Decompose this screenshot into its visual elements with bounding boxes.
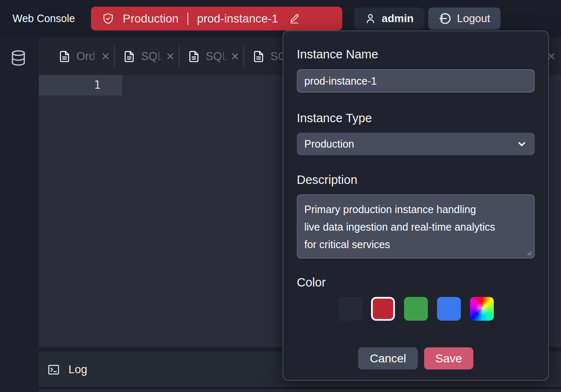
tab-close-icon[interactable] [230, 51, 240, 61]
editor-tab[interactable]: SQL [123, 50, 175, 63]
app-title: Web Console [13, 13, 75, 25]
instance-settings-modal: Instance Name Instance Type Production D… [283, 30, 549, 381]
description-line: for critical services [304, 236, 527, 253]
logout-label: Logout [457, 12, 490, 25]
user-chip[interactable]: admin [354, 8, 424, 30]
tab-divider [243, 45, 244, 67]
tab-label: SQL [206, 50, 229, 63]
resize-handle-icon[interactable] [526, 249, 532, 256]
tab-divider [114, 45, 115, 67]
color-swatch-red[interactable] [371, 297, 395, 321]
tab-close-icon[interactable] [101, 51, 111, 61]
badge-instance-name: prod-instance-1 [197, 12, 278, 25]
color-swatch-green[interactable] [404, 297, 428, 321]
instance-name-input[interactable] [297, 69, 535, 93]
save-button[interactable]: Save [424, 347, 473, 369]
bottom-strip [39, 389, 561, 392]
description-line: Primary production instance handling [304, 201, 527, 218]
description-line: live data ingestion and real-time analyt… [304, 218, 527, 236]
file-text-icon [58, 50, 71, 63]
tab-label: SQL [141, 50, 164, 63]
color-swatch-rainbow[interactable] [470, 297, 494, 321]
cancel-button[interactable]: Cancel [358, 347, 418, 369]
logout-button[interactable]: Logout [428, 8, 500, 30]
shield-check-icon [102, 13, 114, 25]
log-panel-label: Log [68, 363, 87, 376]
tab-close-icon[interactable] [165, 51, 175, 61]
badge-environment-label: Production [123, 12, 179, 25]
instance-type-label: Instance Type [297, 111, 535, 125]
tab-label: Ord [76, 50, 100, 63]
terminal-icon [47, 363, 60, 376]
description-label: Description [297, 173, 535, 187]
color-swatch-row [297, 297, 535, 321]
instance-name-label: Instance Name [297, 47, 535, 61]
description-textarea[interactable]: Primary production instance handlinglive… [297, 194, 535, 259]
file-text-icon [188, 50, 200, 63]
editor-tab[interactable]: Ord [58, 50, 111, 63]
logout-arrow-icon [439, 12, 452, 25]
editor-tab[interactable]: SQL [188, 50, 240, 63]
username: admin [382, 12, 414, 25]
sidebar [0, 38, 39, 392]
file-text-icon [253, 50, 265, 63]
instance-type-select[interactable]: Production [297, 133, 535, 155]
database-icon[interactable] [10, 49, 27, 67]
tab-divider [179, 45, 179, 67]
color-swatch-blue[interactable] [437, 297, 461, 321]
color-label: Color [297, 275, 535, 289]
user-icon [365, 13, 376, 24]
instance-type-value: Production [304, 138, 354, 150]
active-line-gutter: 1 [39, 75, 122, 95]
chevron-down-icon [516, 138, 527, 149]
instance-badge[interactable]: Production prod-instance-1 [91, 7, 342, 30]
line-number: 1 [94, 79, 101, 91]
pencil-icon[interactable] [289, 13, 300, 24]
description-text: Primary production instance handlinglive… [304, 201, 527, 253]
color-swatch-default[interactable] [338, 297, 362, 321]
modal-actions: Cancel Save [297, 347, 535, 369]
file-text-icon [123, 50, 135, 63]
badge-separator [187, 13, 188, 25]
